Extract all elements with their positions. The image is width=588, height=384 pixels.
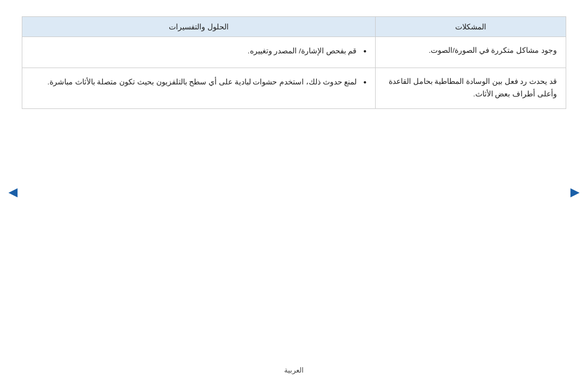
solution-item: قم بفحص الإشارة/ المصدر وتغييره. [31,45,366,58]
solution-item: لمنع حدوث ذلك، استخدم حشوات لبادية على أ… [31,76,366,89]
solutions-cell-2: لمنع حدوث ذلك، استخدم حشوات لبادية على أ… [22,68,376,109]
page-wrapper: ◄ ► المشكلات الحلول والتفسيرات وجود مشاك… [0,0,588,384]
troubleshooting-table: المشكلات الحلول والتفسيرات وجود مشاكل مت… [22,16,566,109]
col-header-problems: المشكلات [376,17,566,37]
table-row: قد يحدث رد فعل بين الوسادة المطاطية بحام… [22,68,566,109]
problem-cell-2: قد يحدث رد فعل بين الوسادة المطاطية بحام… [376,68,566,109]
problem-cell-1: وجود مشاكل متكررة في الصورة/الصوت. [376,37,566,68]
nav-arrow-right[interactable]: ► [567,185,583,200]
table-row: وجود مشاكل متكررة في الصورة/الصوت. قم بف… [22,37,566,68]
nav-arrow-left[interactable]: ◄ [5,185,21,200]
col-header-solutions: الحلول والتفسيرات [22,17,376,37]
solutions-list-2: لمنع حدوث ذلك، استخدم حشوات لبادية على أ… [31,76,366,89]
solutions-cell-1: قم بفحص الإشارة/ المصدر وتغييره. [22,37,376,68]
table-header-row: المشكلات الحلول والتفسيرات [22,17,566,37]
solutions-list-1: قم بفحص الإشارة/ المصدر وتغييره. [31,45,366,58]
footer-language: العربية [284,366,304,374]
